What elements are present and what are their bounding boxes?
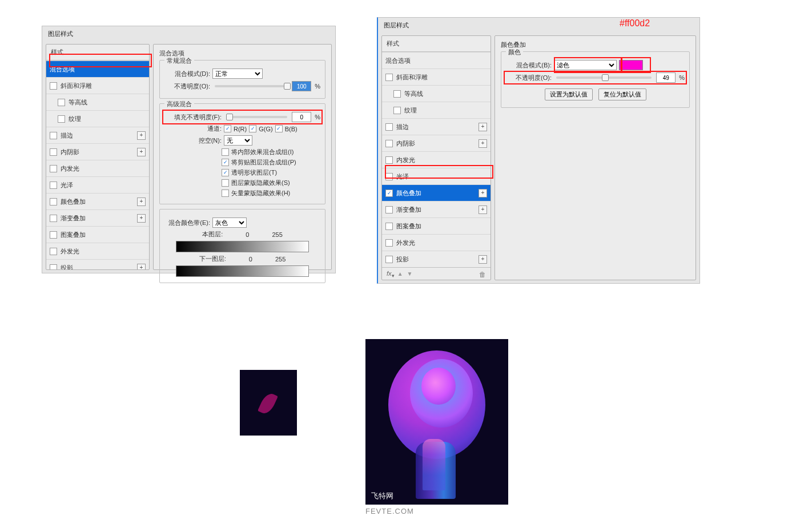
style-checkbox[interactable] [385,123,393,131]
channel-g-cb[interactable] [249,125,256,132]
channel-r-cb[interactable] [224,125,231,132]
style-item[interactable]: 渐变叠加+ [46,209,149,226]
style-checkbox[interactable] [385,173,393,180]
style-item[interactable]: 纹理 [46,110,149,127]
style-item[interactable]: 外发光 [46,243,149,259]
reset-default-button[interactable]: 复位为默认值 [598,88,646,100]
down-arrow-icon[interactable]: ▼ [407,271,413,277]
watermark-text: 飞特网 [371,491,393,501]
style-item[interactable]: 描边+ [382,118,491,135]
style-label: 投影 [61,264,73,271]
style-label: 图案叠加 [61,231,86,239]
style-item[interactable]: 混合选项 [46,61,149,77]
dialog-title: 图层样式 [42,26,335,41]
style-checkbox[interactable] [393,90,401,98]
style-item[interactable]: 内发光 [382,151,491,168]
style-item[interactable]: 斜面和浮雕 [382,68,491,85]
styles-header: 样式 [46,45,149,61]
style-item[interactable]: 投影+ [382,251,491,267]
opacity-slider[interactable] [556,76,652,79]
style-checkbox[interactable] [385,156,393,164]
blend-mode-select[interactable]: 滤色 [554,60,617,70]
style-checkbox[interactable] [385,223,393,230]
channel-b-cb[interactable] [275,125,283,132]
style-checkbox[interactable] [58,115,65,123]
plus-icon[interactable]: + [137,214,146,223]
style-item[interactable]: 内阴影+ [46,143,149,160]
style-checkbox[interactable] [50,182,57,189]
plus-icon[interactable]: + [137,131,146,140]
plus-icon[interactable]: + [479,255,487,264]
style-item[interactable]: 等高线 [382,85,491,102]
set-default-button[interactable]: 设置为默认值 [545,88,593,100]
blend-mode-select[interactable]: 正常 [212,68,263,79]
style-checkbox[interactable] [50,82,57,90]
style-label: 斜面和浮雕 [396,73,428,82]
style-checkbox[interactable] [50,198,57,205]
plus-icon[interactable]: + [137,264,146,271]
this-layer-gradient[interactable] [176,241,309,252]
cb-vectormask[interactable] [222,190,229,197]
style-item[interactable]: 颜色叠加+ [46,193,149,209]
blend-mode-label: 混合模式(D): [164,70,210,78]
cb-internal[interactable] [222,148,229,156]
style-item[interactable]: 光泽 [382,168,491,184]
style-item[interactable]: 颜色叠加+ [382,184,491,201]
style-item[interactable]: 混合选项 [382,52,491,68]
style-checkbox[interactable] [50,264,57,271]
plus-icon[interactable]: + [137,148,146,156]
plus-icon[interactable]: + [479,205,487,214]
style-checkbox[interactable] [385,239,393,247]
style-checkbox[interactable] [50,165,57,172]
style-item[interactable]: 纹理 [382,102,491,118]
style-item[interactable]: 图案叠加 [46,226,149,243]
style-checkbox[interactable] [58,99,65,106]
plus-icon[interactable]: + [479,139,487,148]
style-checkbox[interactable] [50,248,57,255]
style-checkbox[interactable] [50,215,57,222]
style-item[interactable]: 描边+ [46,127,149,143]
cb-clipped[interactable] [222,159,229,166]
style-item[interactable]: 内阴影+ [382,135,491,151]
style-item[interactable]: 斜面和浮雕 [46,77,149,94]
style-checkbox[interactable] [385,206,393,213]
opacity-input[interactable] [292,81,311,91]
style-item[interactable]: 光泽 [46,176,149,193]
style-checkbox[interactable] [385,140,393,147]
style-checkbox[interactable] [50,148,57,156]
plus-icon[interactable]: + [479,189,487,198]
style-label: 内阴影 [396,139,415,148]
trash-icon[interactable]: 🗑 [479,271,486,279]
style-label: 内发光 [61,164,79,173]
cb-transparency[interactable] [222,169,229,176]
style-checkbox[interactable] [385,256,393,263]
style-item[interactable]: 投影+ [46,259,149,270]
fill-opacity-slider[interactable] [226,116,287,118]
style-label: 等高线 [69,98,87,107]
plus-icon[interactable]: + [137,198,146,206]
next-layer-gradient[interactable] [176,265,309,277]
blend-if-select[interactable]: 灰色 [212,217,247,228]
style-item[interactable]: 渐变叠加+ [382,201,491,217]
fill-opacity-input[interactable] [292,112,311,122]
style-checkbox[interactable] [50,132,57,139]
opacity-slider[interactable] [215,85,287,87]
style-item[interactable]: 图案叠加 [382,217,491,234]
style-item[interactable]: 内发光 [46,160,149,176]
style-checkbox[interactable] [385,190,393,197]
opacity-input[interactable] [656,72,676,83]
knockout-select[interactable]: 无 [224,135,252,146]
fx-menu[interactable]: fx▾ ▲ ▼ [387,270,414,279]
plus-icon[interactable]: + [479,123,487,131]
style-checkbox[interactable] [50,231,57,239]
style-checkbox[interactable] [385,74,393,81]
up-arrow-icon[interactable]: ▲ [397,271,403,277]
style-label: 描边 [396,123,409,131]
cb-layermask[interactable] [222,179,229,187]
color-swatch[interactable] [619,60,643,70]
group-color: 颜色 [506,48,523,57]
style-item[interactable]: 外发光 [382,234,491,251]
color-overlay-panel: 颜色叠加 颜色 混合模式(B): 滤色 不透明度(O): % [495,35,696,280]
style-checkbox[interactable] [393,107,401,114]
style-item[interactable]: 等高线 [46,94,149,110]
